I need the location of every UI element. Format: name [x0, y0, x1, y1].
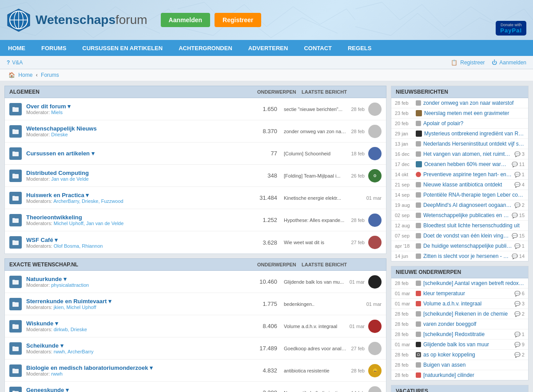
news-link[interactable]: Oceanen hebben 60% meer warmte opge...	[424, 161, 509, 167]
forum-row: Wiskunde ▾ Moderators: dirkwb, Drieske 8…	[5, 315, 386, 337]
forum-name[interactable]: Geneeskunde ▾	[26, 387, 248, 392]
news-link[interactable]: Bloedtest sluit lichte hersenschudding u…	[423, 222, 525, 229]
register-link[interactable]: 📋 Registreer	[451, 59, 485, 66]
news-link[interactable]: Nederlands Herseninstituut ontdekt vijf …	[423, 141, 525, 147]
folder-icon	[12, 389, 19, 392]
forum-name[interactable]: Over dit forum ▾	[26, 103, 248, 110]
forum-count: 1.252	[248, 217, 284, 223]
topic-icon	[416, 311, 421, 317]
topic-link[interactable]: [scheikunde] Aantal vragen betreft redox…	[423, 280, 525, 286]
topic-link[interactable]: Volume a.d.h.v. integraal	[423, 301, 512, 307]
mod-link[interactable]: rwwh	[51, 371, 63, 376]
mod-link[interactable]: Olof Bosma, Rhiannon	[54, 243, 103, 249]
paypal-donate-button[interactable]: Donate with PayPal	[496, 21, 526, 36]
last-text: Kinetische energie elektr...	[284, 195, 363, 201]
nieuweonderwerp-row: 01 mar Volume a.d.h.v. integraal 💬 3	[391, 299, 528, 309]
forum-name[interactable]: Sterrenkunde en Ruimtevaart ▾	[26, 298, 248, 305]
mod-link[interactable]: Michel Uphoff, Jan van de Velde	[54, 221, 124, 226]
news-link[interactable]: Preventieve aspirine tegen hart- en vaat…	[423, 171, 512, 178]
news-count: 💬 15	[512, 213, 525, 218]
nieuwe-onderwerpen-header: NIEUWE ONDERWERPEN	[391, 266, 528, 278]
mod-link[interactable]: rwwh, ArcherBarry	[54, 349, 94, 354]
topic-link[interactable]: [scheikunde] Rekenen in de chemie	[423, 311, 512, 317]
header-buttons: Aanmelden Registreer	[161, 13, 262, 27]
news-link[interactable]: Potentiële RNA-therapie tegen Leber cong…	[423, 192, 525, 198]
news-link[interactable]: DeepMind's AI diagnoseert oogaandoenin..…	[423, 202, 512, 208]
topic-link[interactable]: kleur temperatuur	[423, 290, 512, 297]
news-link[interactable]: De huidige wetenschappelijke publicatie …	[423, 243, 512, 249]
news-row: 07 sep Doet de vondst van één klein ving…	[391, 231, 528, 241]
aanmelden-button[interactable]: Aanmelden	[161, 13, 210, 27]
forum-info: Huiswerk en Practica ▾ Moderators: Arche…	[26, 192, 248, 204]
nav-home[interactable]: HOME	[0, 40, 33, 56]
nav-achtergronden[interactable]: ACHTERGRONDEN	[171, 40, 240, 56]
news-link[interactable]: Neerslag meten met een gravimeter	[424, 110, 525, 116]
news-row: 12 aug Bloedtest sluit lichte hersenschu…	[391, 221, 528, 231]
news-row: 14 okt Preventieve aspirine tegen hart- …	[391, 170, 528, 180]
topic-link[interactable]: [natuurkunde] cilinder	[423, 372, 525, 378]
news-link[interactable]: Nieuwe klasse antibiotica ontdekt	[423, 182, 512, 188]
mod-link[interactable]: Miels	[51, 110, 63, 115]
forum-name[interactable]: Wetenschappelijk Nieuws	[26, 125, 248, 132]
registreer-button[interactable]: Registreer	[215, 13, 261, 27]
news-link[interactable]: Apolair of polair?	[423, 120, 525, 127]
forum-name[interactable]: Wiskunde ▾	[26, 320, 248, 327]
news-icon	[416, 243, 421, 249]
topic-link[interactable]: Glijdende balk los van muur	[423, 341, 512, 348]
breadcrumb-forums[interactable]: Forums	[41, 72, 59, 78]
nav-forums[interactable]: FORUMS	[33, 40, 74, 56]
topic-icon	[416, 372, 421, 378]
nav-cursussen[interactable]: CURSUSSEN EN ARTIKELEN	[74, 40, 171, 56]
login-icon: ⏻	[492, 59, 497, 66]
forum-icon	[9, 276, 22, 288]
folder-icon	[12, 278, 19, 285]
last-text: Hypothese: Alles expande...	[284, 218, 347, 223]
forum-name[interactable]: WSF Café ▾	[26, 237, 248, 243]
news-count: 💬 1	[514, 172, 525, 178]
topic-link[interactable]: Buigen van assen	[423, 362, 525, 368]
avatar	[368, 386, 382, 392]
forum-name[interactable]: Theorieontwikkeling	[26, 214, 248, 221]
news-link[interactable]: Mysterieus ontbrekend ingrediënt van Re.…	[424, 131, 525, 137]
forum-last: [Column] Schoonheid 18 feb	[284, 147, 382, 160]
algemeen-title: ALGEMEEN	[9, 89, 257, 95]
forum-name[interactable]: Natuurkunde ▾	[26, 276, 248, 282]
topic-link[interactable]: varen zonder boeggolf	[423, 321, 525, 327]
forum-name[interactable]: Biologie en medisch laboratoriumonderzoe…	[26, 364, 248, 371]
news-link[interactable]: Zitten is slecht voor je hersenen - niet…	[423, 253, 509, 259]
forum-mod: Moderators: Olof Bosma, Rhiannon	[26, 243, 248, 249]
forum-name[interactable]: Distributed Computing	[26, 170, 248, 176]
mod-link[interactable]: Jan van de Velde	[51, 176, 88, 182]
topic-count: 💬 2	[514, 311, 525, 317]
nav-adverteren[interactable]: ADVERTEREN	[240, 40, 296, 56]
topic-link[interactable]: [scheikunde] Redoxtitratie	[423, 331, 512, 337]
news-link[interactable]: Wetenschappelijke publicaties en neptijd…	[423, 212, 509, 218]
mod-link[interactable]: jkien, Michel Uphoff	[54, 305, 96, 310]
topic-count: 💬 9	[514, 342, 525, 348]
breadcrumb-home[interactable]: Home	[18, 72, 32, 78]
news-date: 07 sep	[395, 233, 414, 238]
col-onderwerpen-2: ONDERWERPEN	[257, 262, 293, 267]
news-link[interactable]: Doet de vondst van één klein vingerkootj…	[423, 233, 509, 239]
forum-row: Cursussen en artikelen ▾ 77 [Column] Sch…	[5, 143, 386, 165]
mod-link[interactable]: Drieske	[51, 132, 68, 137]
nav-contact[interactable]: CONTACT	[296, 40, 340, 56]
news-date: 28 feb	[395, 100, 414, 106]
mod-link[interactable]: ArcherBarry, Drieske, Fuzzwood	[53, 198, 123, 204]
forum-name[interactable]: Cursussen en artikelen ▾	[26, 150, 248, 157]
login-link[interactable]: ⏻ Aanmelden	[492, 59, 526, 66]
qa-link[interactable]: V&A	[12, 59, 23, 66]
forum-name[interactable]: Scheikunde ▾	[26, 342, 248, 349]
news-link[interactable]: zonder omweg van zon naar waterstof	[423, 100, 525, 106]
topic-link[interactable]: as op koker koppeling	[423, 352, 512, 358]
forum-name[interactable]: Huiswerk en Practica ▾	[26, 192, 248, 198]
sidebar: NIEUWSBERICHTEN 28 feb zonder omweg van …	[391, 86, 529, 392]
news-link[interactable]: Het vangen van atomen, niet ruimteschep.…	[423, 151, 512, 157]
forum-info: Theorieontwikkeling Moderators: Michel U…	[26, 214, 248, 226]
topic-icon	[416, 321, 421, 327]
mod-link[interactable]: dirkwb, Drieske	[54, 327, 87, 332]
logo-area: Wetenschapsforum	[7, 8, 147, 32]
last-text: [Column] Schoonheid	[284, 151, 347, 156]
mod-link[interactable]: physicalattraction	[51, 282, 89, 288]
nav-regels[interactable]: REGELS	[340, 40, 379, 56]
